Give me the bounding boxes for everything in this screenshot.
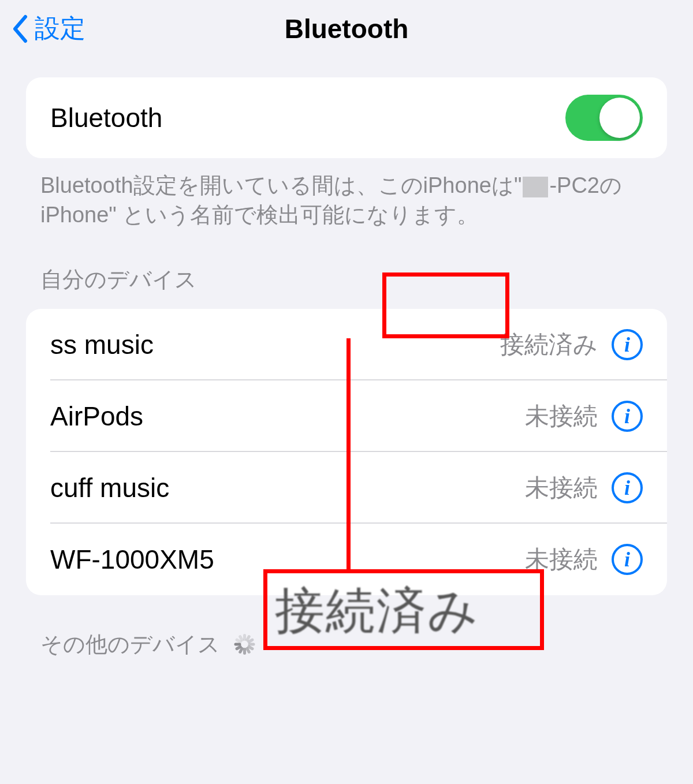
loading-spinner-icon <box>230 632 256 657</box>
back-button[interactable]: 設定 <box>12 12 85 46</box>
device-name: cuff music <box>50 472 169 503</box>
device-status: 未接続 <box>525 472 598 504</box>
discoverability-note: Bluetooth設定を開いている間は、このiPhoneは"-PC2のiPhon… <box>40 171 653 230</box>
info-icon[interactable] <box>612 544 643 575</box>
bluetooth-toggle[interactable] <box>565 95 643 141</box>
my-devices-header: 自分のデバイス <box>40 265 653 294</box>
bluetooth-toggle-card: Bluetooth <box>26 77 667 158</box>
annotation-callout-text: 接続済み <box>275 577 479 645</box>
redacted-device-name <box>523 177 548 197</box>
device-status: 未接続 <box>525 543 598 576</box>
other-devices-header: その他のデバイス <box>40 630 220 659</box>
device-name: WF-1000XM5 <box>50 544 214 575</box>
back-label: 設定 <box>35 12 85 46</box>
device-status: 接続済み <box>500 328 598 361</box>
device-status: 未接続 <box>525 400 598 432</box>
device-name: ss music <box>50 329 154 360</box>
page-title: Bluetooth <box>285 13 409 44</box>
info-icon[interactable] <box>612 472 643 503</box>
device-row[interactable]: AirPods 未接続 <box>26 380 667 452</box>
my-devices-list: ss music 接続済み AirPods 未接続 cuff music 未接続… <box>26 309 667 595</box>
bluetooth-toggle-label: Bluetooth <box>50 102 162 133</box>
info-icon[interactable] <box>612 401 643 432</box>
chevron-left-icon <box>12 14 29 43</box>
toggle-knob <box>599 98 640 138</box>
device-row[interactable]: cuff music 未接続 <box>26 452 667 524</box>
device-name: AirPods <box>50 401 143 432</box>
info-icon[interactable] <box>612 329 643 360</box>
device-row[interactable]: ss music 接続済み <box>26 309 667 380</box>
